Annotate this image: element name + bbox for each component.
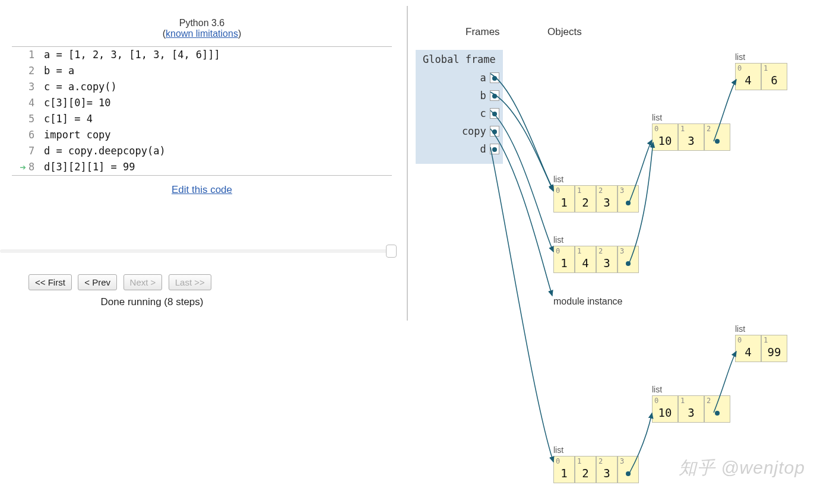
slider-thumb[interactable] (386, 245, 397, 258)
list-type-label: list (735, 324, 787, 334)
cell-index: 0 (653, 396, 658, 405)
frame-var-a: a (419, 69, 499, 87)
heap-list-leaf_ac: list0416 (735, 52, 787, 90)
list-cell: 2 (704, 123, 730, 151)
pane-divider (407, 6, 408, 321)
ref-dot-icon (492, 147, 497, 152)
list-cell: 12 (575, 456, 596, 483)
list-type-label: list (735, 52, 787, 62)
code-line: 4c[3][0]= 10 (12, 95, 392, 111)
cell-index: 1 (575, 457, 581, 465)
current-line-arrow-icon: ➔ (20, 161, 26, 173)
cell-index: 1 (679, 396, 685, 405)
list-cell: 010 (652, 395, 678, 423)
cell-index: 0 (554, 186, 560, 195)
list-cells: 0112233 (553, 456, 639, 483)
line-number: 7 (28, 143, 40, 159)
ref-dot-icon (626, 261, 631, 266)
limitations-row: (known limitations) (0, 28, 404, 39)
var-ref-box (490, 72, 499, 83)
frame-var-copy: copy (419, 122, 499, 140)
code-text: d = copy.deepcopy(a) (40, 143, 166, 159)
var-name: b (436, 90, 490, 102)
prev-button[interactable]: < Prev (78, 274, 117, 290)
list-cell: 04 (735, 335, 761, 362)
known-limitations-link[interactable]: known limitations (166, 28, 238, 39)
frame-var-d: d (419, 140, 499, 158)
cell-index: 1 (575, 246, 581, 255)
frame-var-c: c (419, 104, 499, 122)
code-line: 5c[1] = 4 (12, 111, 392, 127)
list-cell: 3 (618, 246, 639, 273)
cell-index: 2 (597, 457, 603, 465)
step-controls: << First < Prev Next > Last >> Done runn… (28, 274, 404, 308)
global-frame: Global frame abccopyd (416, 50, 503, 164)
status-text: Done running (8 steps) (45, 296, 259, 308)
var-name: d (436, 143, 490, 155)
line-number: 4 (28, 95, 40, 111)
list-cell: 010 (652, 123, 678, 151)
cell-value: 3 (603, 196, 610, 209)
heap-list-inner_d: list010132 (652, 385, 730, 423)
edit-code-link[interactable]: Edit this code (172, 184, 232, 195)
cell-value: 4 (582, 256, 588, 270)
frames-column-title: Frames (466, 26, 500, 38)
line-number: 5 (28, 111, 40, 127)
code-line: 6import copy (12, 127, 392, 143)
list-cells: 0416 (735, 63, 787, 90)
list-cell: 01 (553, 456, 575, 483)
list-cell: 199 (761, 335, 787, 362)
cell-index: 0 (736, 335, 742, 344)
step-slider[interactable] (0, 249, 394, 253)
cell-value: 1 (560, 256, 567, 270)
list-type-label: list (553, 175, 639, 184)
code-block: 1a = [1, 2, 3, [1, 3, [4, 6]]]2b = a3c =… (12, 46, 392, 176)
cell-value: 2 (582, 196, 588, 209)
next-button: Next > (124, 274, 163, 290)
list-cell: 23 (596, 246, 618, 273)
list-cell: 13 (678, 123, 704, 151)
watermark: 知乎 @wenjtop (679, 456, 805, 480)
cell-index: 2 (597, 186, 603, 195)
ref-dot-icon (492, 76, 497, 81)
var-ref-box (490, 108, 499, 119)
list-cell: 3 (618, 456, 639, 483)
list-cell: 01 (553, 246, 575, 273)
cell-value: 1 (560, 467, 567, 480)
cell-index: 3 (618, 186, 624, 195)
ref-dot-icon (715, 411, 720, 416)
list-cells: 04199 (735, 335, 787, 362)
code-line: 1a = [1, 2, 3, [1, 3, [4, 6]]] (12, 47, 392, 63)
right-pane: Frames Objects Global frame abccopyd lis… (416, 0, 817, 504)
list-type-label: list (652, 385, 730, 394)
list-cell: 3 (618, 185, 639, 213)
line-number: 3 (28, 79, 40, 95)
last-button: Last >> (169, 274, 211, 290)
first-button[interactable]: << First (28, 274, 72, 290)
list-type-label: list (553, 445, 639, 455)
var-ref-box (490, 90, 499, 101)
var-ref-box (490, 144, 499, 154)
code-text: c = a.copy() (40, 79, 117, 95)
cell-index: 0 (736, 64, 742, 72)
cell-index: 0 (554, 246, 560, 255)
cell-value: 4 (745, 74, 751, 87)
execution-arrow-slot: ➔ (12, 159, 28, 176)
cell-index: 1 (575, 186, 581, 195)
list-cell: 23 (596, 185, 618, 213)
cell-index: 1 (762, 64, 768, 72)
ref-dot-icon (626, 201, 631, 205)
cell-index: 2 (705, 124, 711, 133)
cell-value: 3 (688, 134, 694, 147)
list-cells: 010132 (652, 395, 730, 423)
cell-value: 99 (768, 345, 781, 359)
line-number: 1 (28, 47, 40, 63)
list-cell: 04 (735, 63, 761, 90)
code-text: d[3][2][1] = 99 (40, 159, 135, 175)
code-line: 3c = a.copy() (12, 79, 392, 95)
var-ref-box (490, 126, 499, 137)
global-frame-title: Global frame (419, 52, 499, 69)
ref-dot-icon (492, 112, 497, 116)
paren-close: ) (238, 28, 241, 39)
cell-value: 1 (560, 196, 567, 209)
